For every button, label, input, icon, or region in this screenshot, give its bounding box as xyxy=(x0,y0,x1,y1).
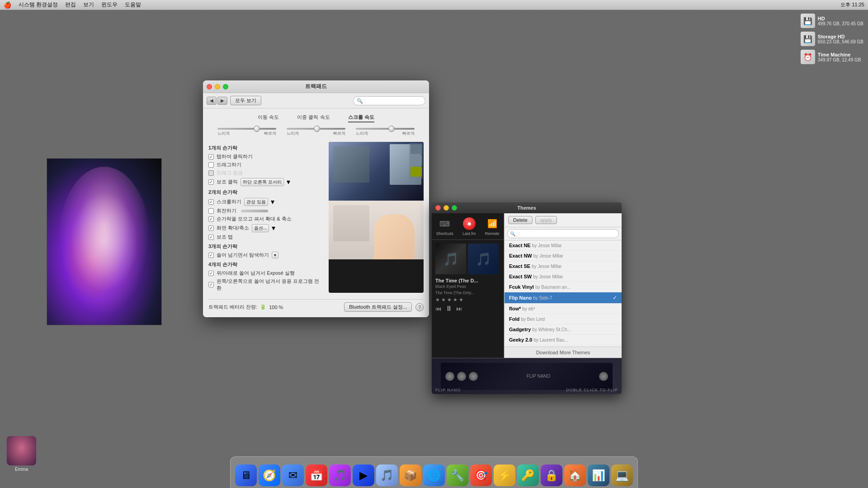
dock-icon-misc3[interactable]: 🔧 xyxy=(447,465,468,486)
album-thumb-2: 🎵 xyxy=(468,244,499,274)
next-button[interactable]: ⏭ xyxy=(456,305,462,312)
dock-icon-misc8[interactable]: 🏠 xyxy=(564,465,586,486)
dock-icon-misc6[interactable]: 🔑 xyxy=(517,465,539,486)
menu-system-prefs[interactable]: 시스템 환경설정 xyxy=(19,1,58,9)
themes-maximize-button[interactable] xyxy=(452,205,457,211)
checkbox-tap-click[interactable] xyxy=(208,154,214,160)
theme-item-exact-se[interactable]: Exact SE by Jesse Millar xyxy=(505,261,622,272)
dropdown-scroll[interactable]: 관성 있음 xyxy=(244,198,268,206)
label-drag: 드래그하기 xyxy=(217,161,241,168)
slider-track-1[interactable] xyxy=(287,128,345,130)
drive-time-machine[interactable]: ⏰ Time Machine 349.97 GB, 12.49 GB xyxy=(801,50,863,64)
download-more-button[interactable]: Download More Themes xyxy=(505,347,622,358)
window-maximize-button[interactable] xyxy=(223,84,228,89)
dock-icon-misc2[interactable]: 🌐 xyxy=(423,465,445,486)
checkbox-swipe-nav[interactable] xyxy=(208,253,214,258)
tab-move-speed[interactable]: 이동 속도 xyxy=(258,114,279,122)
menu-view[interactable]: 보기 xyxy=(83,1,94,9)
themes-minimize-button[interactable] xyxy=(443,205,449,211)
menu-window[interactable]: 윈도우 xyxy=(101,1,118,9)
slider-label-fast-2: 빠르게 xyxy=(402,131,415,136)
theme-item-fcuk-vinyl[interactable]: Fcuk Vinyl by Baumann an... xyxy=(505,282,622,292)
slider-thumb-1[interactable] xyxy=(314,126,320,132)
dock-icon-mail[interactable]: ✉ xyxy=(282,465,304,486)
dock-icon-misc1[interactable]: 📦 xyxy=(400,465,421,486)
nav-back-button[interactable]: ◀ xyxy=(207,97,217,105)
dropdown-screen-zoom[interactable]: 옵션... xyxy=(252,224,269,232)
tab-shortcuts[interactable]: ⌨ Shortcuts xyxy=(436,217,453,236)
dock-icon-misc10[interactable]: 💻 xyxy=(611,465,633,486)
window-minimize-button[interactable] xyxy=(215,84,220,89)
demo-img-top xyxy=(329,142,424,201)
themes-close-button[interactable] xyxy=(435,205,441,211)
menubar-right: 오후 11:25 xyxy=(840,1,864,8)
dock-icon-music[interactable]: 🎵 xyxy=(376,465,398,486)
delete-button[interactable]: Delete xyxy=(508,216,533,224)
help-button[interactable]: ? xyxy=(415,303,424,311)
pause-button[interactable]: ⏸ xyxy=(445,305,453,313)
slider-track-2[interactable] xyxy=(356,128,415,130)
menu-edit[interactable]: 편집 xyxy=(65,1,76,9)
theme-item-geeky[interactable]: Geeky 2.0 by Laurent Bau... xyxy=(505,335,622,345)
themes-titlebar: Themes xyxy=(432,202,622,213)
apply-button[interactable]: apply xyxy=(535,216,557,224)
dock-icon-misc4[interactable]: 🎯 xyxy=(470,465,492,486)
slider-track-0[interactable] xyxy=(217,128,276,130)
dock-icon-misc9[interactable]: 📊 xyxy=(588,465,609,486)
player-controls: ⏮ ⏸ ⏭ xyxy=(435,305,500,313)
checkbox-screen-zoom[interactable] xyxy=(208,225,214,231)
dock-icon-safari[interactable]: 🧭 xyxy=(259,465,280,486)
tab-scroll-speed[interactable]: 스크롤 속도 xyxy=(348,114,374,122)
tab-double-click-speed[interactable]: 이중 클릭 속도 xyxy=(297,114,330,122)
dock-icon-misc7[interactable]: 🔒 xyxy=(541,465,562,486)
window-close-button[interactable] xyxy=(207,84,212,89)
menu-help[interactable]: 도움말 xyxy=(125,1,141,9)
label-expose: 위/아래로 쓸어 넘겨서 Exposé 실행 xyxy=(217,270,295,277)
theme-item-exact-sw[interactable]: Exact SW by Jesse Millar xyxy=(505,272,622,282)
apple-menu[interactable]: 🍎 xyxy=(4,1,11,9)
dropdown-swipe-nav[interactable]: ▾ xyxy=(272,252,278,258)
slider-thumb-0[interactable] xyxy=(254,126,260,132)
checkbox-drag-lock[interactable] xyxy=(208,170,214,176)
dock-icon-quicktime[interactable]: ▶ xyxy=(353,465,374,486)
checkbox-app-switch[interactable] xyxy=(208,282,214,287)
search-input[interactable] xyxy=(353,96,425,105)
theme-item-gadgetry[interactable]: Gadgetry by Whitney St.Ch... xyxy=(505,324,622,335)
drive-storage-hd[interactable]: 💾 Storage HD 650.23 GB, 546.69 GB xyxy=(801,32,863,46)
theme-author-flow: by eb³ xyxy=(522,306,535,311)
theme-item-fold[interactable]: Fold by Ben Lind xyxy=(505,314,622,324)
menu-clock: 오후 11:25 xyxy=(840,1,864,8)
prev-button[interactable]: ⏮ xyxy=(435,305,442,312)
themes-search-input[interactable] xyxy=(507,229,619,238)
option-pinch-zoom: 손가락을 모으고 펴서 확대 & 축소 xyxy=(208,216,324,222)
theme-item-flow[interactable]: flow* by eb³ xyxy=(505,304,622,314)
window-controls xyxy=(207,84,228,89)
dropdown-secondary-click[interactable]: 하단 오른쪽 모서리 xyxy=(241,178,284,186)
drive-hd[interactable]: 💾 HD 499.76 GB, 370.45 GB xyxy=(801,14,863,28)
checkbox-pinch-zoom[interactable] xyxy=(208,216,214,222)
nav-forward-button[interactable]: ▶ xyxy=(217,97,227,105)
checkbox-secondary-tap[interactable] xyxy=(208,235,214,240)
checkbox-scroll[interactable] xyxy=(208,199,214,205)
show-all-button[interactable]: 모두 보기 xyxy=(230,96,261,105)
dock-icon-itunes[interactable]: 🎵 xyxy=(329,465,351,486)
checkbox-drag[interactable] xyxy=(208,162,214,168)
theme-item-flip-nano[interactable]: Flip Nano by Side-7 ✓ xyxy=(505,292,622,304)
theme-item-exact-ne[interactable]: Exact NE by Jesse Millar xyxy=(505,240,622,251)
sliders-section: 느리게 빠르게 느리게 빠르게 느리게 빠르게 xyxy=(203,124,429,138)
dock-icon-misc5[interactable]: ⚡ xyxy=(494,465,515,486)
star-rating[interactable]: ★ ★ ★ ★ ★ xyxy=(435,297,500,303)
preview-controls-left xyxy=(445,372,478,381)
dock-icon-ical[interactable]: 📅 xyxy=(306,465,327,486)
checkbox-rotate[interactable] xyxy=(208,208,214,214)
tab-lastfm[interactable]: ⏺ Last.fm xyxy=(462,217,476,236)
battery-info: 트랙패드 배터리 잔량: 🔋 100 % xyxy=(208,304,283,310)
checkbox-expose[interactable] xyxy=(208,271,214,276)
dock-icon-finder[interactable]: 🖥 xyxy=(235,465,257,486)
section-2-header: 2개의 손가락 xyxy=(208,189,324,196)
tab-remote[interactable]: 📶 Remote xyxy=(485,217,500,236)
theme-item-exact-nw[interactable]: Exact NW by Jesse Millar xyxy=(505,251,622,261)
emma-thumbnail[interactable] xyxy=(7,436,36,465)
checkbox-secondary-click[interactable] xyxy=(208,179,214,185)
bluetooth-setup-button[interactable]: Bluetooth 트랙패드 설정... xyxy=(344,302,412,312)
